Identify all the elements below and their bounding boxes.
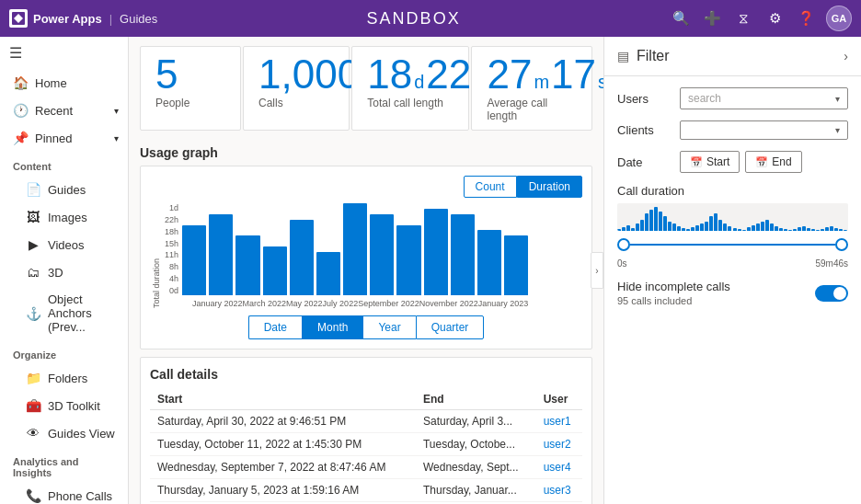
filter-clients-select[interactable]: ▾: [680, 120, 848, 140]
images-icon: 🖼: [26, 210, 40, 224]
sidebar-toggle[interactable]: ☰: [0, 37, 128, 69]
duration-bar-28: [747, 227, 751, 231]
phone-calls-icon: 📞: [26, 488, 40, 503]
graph-container: Count Duration Total duration 1d 22h 18h…: [140, 166, 592, 349]
guides-icon: 📄: [26, 182, 40, 197]
filter-date-btns: 📅 Start 📅 End: [680, 151, 848, 173]
table-row: Thursday, January 5, 2023 at 1:59:16 AM …: [150, 479, 582, 502]
filter-collapse-btn[interactable]: ›: [844, 49, 848, 63]
sidebar-item-videos[interactable]: ▶ Videos: [0, 231, 128, 258]
col-user: User: [536, 389, 582, 410]
range-thumb-right[interactable]: [835, 238, 848, 251]
sidebar-item-recent[interactable]: 🕐 Recent ▾: [0, 97, 128, 124]
duration-toggle-btn[interactable]: Duration: [517, 176, 582, 198]
duration-bar-43: [816, 230, 820, 231]
stat-card-calls: 1,000 Calls: [243, 46, 350, 131]
y-label-3: 15h: [165, 239, 178, 248]
sidebar-item-images[interactable]: 🖼 Images: [0, 203, 128, 231]
y-label-7: 0d: [169, 286, 178, 295]
sidebar-item-folders[interactable]: 📁 Folders: [0, 364, 128, 392]
stat-card-total-call: 18d 22h Total call length: [351, 46, 469, 131]
filter-date-end-btn[interactable]: 📅 End: [745, 151, 801, 173]
duration-bar-42: [811, 229, 815, 231]
filter-header: ▤ Filter ›: [604, 37, 861, 76]
app-name-label: Power Apps: [33, 12, 102, 26]
duration-bar-41: [807, 228, 810, 231]
duration-bar-23: [723, 223, 727, 231]
date-btn-quarter[interactable]: Quarter: [416, 315, 485, 339]
y-axis-label: Total duration: [150, 203, 161, 308]
date-btn-date[interactable]: Date: [248, 315, 302, 339]
table-row: Tuesday, October 11, 2022 at 1:45:30 PM …: [150, 433, 582, 456]
add-icon[interactable]: ➕: [701, 7, 723, 29]
settings-icon[interactable]: ⚙: [763, 7, 786, 29]
sidebar-item-guides-view[interactable]: 👁 Guides View: [0, 419, 128, 447]
duration-mini-chart: [617, 203, 848, 231]
filter-clients-label: Clients: [617, 123, 672, 137]
chart-bar-11: [477, 230, 501, 295]
avg-call-seconds: 17: [551, 54, 596, 95]
duration-bar-21: [714, 213, 718, 231]
filter-date-start-btn[interactable]: 📅 Start: [680, 151, 740, 173]
range-track: [630, 244, 835, 246]
main-layout: ☰ 🏠 Home 🕐 Recent ▾ 📌 Pinned ▾ Content 📄…: [0, 37, 861, 504]
topbar-icons: 🔍 ➕ ⧖ ⚙ ❓ GA: [670, 6, 852, 31]
sidebar-item-3d-toolkit[interactable]: 🧰 3D Toolkit: [0, 392, 128, 419]
chart-bar-0: [182, 225, 206, 295]
duration-bar-22: [718, 220, 722, 231]
range-thumb-left[interactable]: [617, 238, 630, 251]
sidebar-item-object-anchors[interactable]: ⚓ Object Anchors (Prev...: [0, 286, 128, 340]
chart-bar-5: [316, 252, 340, 295]
avatar[interactable]: GA: [826, 6, 852, 31]
toggle-switch[interactable]: [815, 285, 848, 302]
people-label: People: [155, 97, 189, 109]
range-slider: [617, 238, 848, 251]
sidebar-item-guides[interactable]: 📄 Guides: [0, 176, 128, 203]
sidebar-item-home-label: Home: [35, 76, 67, 90]
call-details-title: Call details: [150, 367, 582, 382]
app-logo[interactable]: Power Apps: [9, 9, 102, 28]
duration-bar-38: [793, 229, 797, 231]
stat-card-avg-call: 27m 17s Average call length: [471, 46, 592, 131]
topbar: Power Apps | Guides SANDBOX 🔍 ➕ ⧖ ⚙ ❓ GA: [0, 0, 861, 37]
home-icon: 🏠: [13, 75, 28, 90]
cell-user: user4: [536, 456, 582, 479]
duration-bar-19: [705, 222, 708, 231]
topbar-title: SANDBOX: [157, 9, 670, 29]
duration-bar-46: [830, 226, 833, 231]
filter-users-select[interactable]: search ▾: [680, 87, 848, 109]
calendar-end-icon: 📅: [755, 156, 768, 168]
date-btn-month[interactable]: Month: [302, 315, 362, 339]
total-call-number: 18d 22h: [367, 54, 483, 95]
chart-bar-12: [504, 235, 528, 295]
duration-bar-14: [682, 228, 685, 231]
filter-icon[interactable]: ⧖: [732, 7, 754, 29]
3d-icon: 🗂: [26, 265, 40, 280]
sidebar-item-home[interactable]: 🏠 Home: [0, 69, 128, 97]
duration-bar-4: [636, 223, 639, 231]
call-duration-label: Call duration: [617, 184, 848, 198]
help-icon[interactable]: ❓: [795, 7, 817, 29]
sidebar-item-phone-calls[interactable]: 📞 Phone Calls: [0, 482, 128, 504]
total-call-days: 18: [367, 54, 412, 95]
calendar-start-icon: 📅: [690, 156, 703, 168]
duration-bar-18: [700, 223, 704, 231]
sidebar-item-3d[interactable]: 🗂 3D: [0, 258, 128, 286]
chart-area: 1d 22h 18h 15h 11h 8h 4h 0d: [165, 203, 528, 295]
range-max-label: 59m46s: [815, 258, 848, 269]
pinned-icon: 📌: [13, 131, 28, 145]
date-btn-group: Date Month Year Quarter: [150, 315, 582, 339]
sidebar-item-pinned[interactable]: 📌 Pinned ▾: [0, 124, 128, 152]
hide-incomplete-text: Hide incomplete calls 95 calls included: [617, 280, 730, 306]
search-icon[interactable]: 🔍: [670, 7, 692, 29]
panel-collapse-btn[interactable]: ›: [591, 252, 603, 289]
count-toggle-btn[interactable]: Count: [464, 176, 517, 198]
date-btn-year[interactable]: Year: [362, 315, 415, 339]
right-panel-wrapper: ▤ Filter › Users search ▾ Clients: [603, 37, 861, 504]
duration-bar-12: [672, 223, 676, 231]
call-details-section: Call details Start End User Saturday, Ap…: [140, 357, 592, 504]
guides-view-icon: 👁: [26, 426, 40, 441]
filter-users-placeholder: search: [688, 92, 721, 105]
call-details-table: Start End User Saturday, April 30, 2022 …: [150, 389, 582, 504]
cell-user: user3: [536, 479, 582, 502]
